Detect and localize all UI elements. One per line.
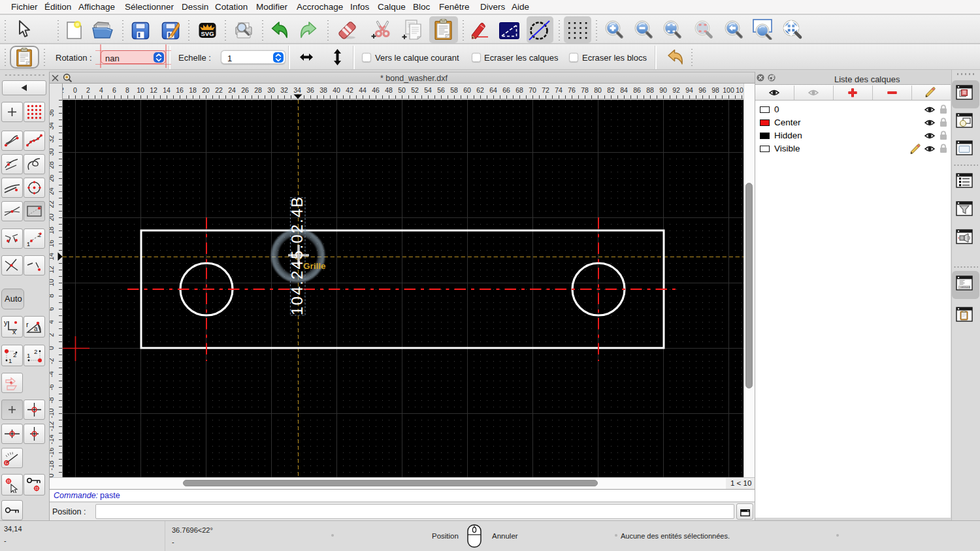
svg-text:78: 78 [581, 86, 589, 94]
svg-text:100: 100 [723, 86, 734, 94]
svg-text:64: 64 [489, 86, 497, 94]
svg-text:88: 88 [646, 86, 654, 94]
svg-text:0: 0 [49, 346, 55, 350]
svg-text:98: 98 [711, 86, 719, 94]
svg-text:Grille: Grille [303, 261, 326, 271]
svg-text:76: 76 [568, 86, 576, 94]
svg-text:22: 22 [215, 86, 223, 94]
svg-text:20: 20 [49, 213, 55, 221]
svg-text:102: 102 [736, 86, 743, 94]
svg-text:28: 28 [49, 161, 55, 169]
svg-text:x: x [12, 328, 16, 335]
svg-text:42: 42 [346, 86, 353, 94]
svg-text:16: 16 [176, 86, 184, 94]
svg-text:-16: -16 [49, 447, 55, 457]
svg-text:command: command [960, 286, 970, 289]
svg-text:56: 56 [437, 86, 445, 94]
svg-text:94: 94 [685, 86, 693, 94]
svg-text:30: 30 [49, 148, 55, 156]
svg-text:-6: -6 [49, 384, 55, 390]
svg-text:1: 1 [27, 241, 30, 247]
svg-text:30: 30 [267, 86, 275, 94]
svg-text:2: 2 [63, 86, 64, 94]
svg-text:50: 50 [398, 86, 406, 94]
svg-text:8: 8 [125, 86, 129, 94]
svg-text:26: 26 [49, 174, 55, 182]
svg-text:16: 16 [49, 240, 55, 247]
svg-text:12: 12 [150, 86, 157, 94]
svg-text:24: 24 [49, 187, 55, 195]
svg-text:y: y [4, 319, 8, 326]
svg-text:46: 46 [372, 86, 380, 94]
svg-text:36: 36 [49, 109, 55, 117]
svg-text:84: 84 [620, 86, 628, 94]
svg-text:70: 70 [529, 86, 536, 94]
svg-text:60: 60 [463, 86, 471, 94]
svg-text:6: 6 [49, 307, 55, 311]
svg-text:r: r [26, 321, 29, 328]
svg-text:0: 0 [73, 86, 77, 94]
svg-text:32: 32 [280, 86, 288, 94]
svg-text:32: 32 [49, 135, 55, 143]
svg-text:6: 6 [112, 86, 116, 94]
svg-text:-8: -8 [49, 397, 55, 403]
svg-text:-18: -18 [49, 460, 55, 470]
svg-text:28: 28 [254, 86, 262, 94]
svg-text:1: 1 [8, 357, 12, 364]
svg-text:8: 8 [49, 294, 55, 298]
svg-text:92: 92 [672, 86, 680, 94]
svg-text:18: 18 [189, 86, 197, 94]
svg-text:90: 90 [659, 86, 667, 94]
svg-text:104.245.02.4B: 104.245.02.4B [288, 196, 306, 315]
svg-text:82: 82 [607, 86, 615, 94]
svg-text:34: 34 [49, 122, 55, 130]
svg-text:SVG: SVG [201, 30, 214, 37]
svg-text:2: 2 [86, 86, 90, 94]
svg-text:10: 10 [49, 279, 55, 287]
svg-text:1: 1 [27, 352, 30, 359]
svg-text:68: 68 [515, 86, 523, 94]
svg-text:20: 20 [202, 86, 210, 94]
svg-text:36: 36 [306, 86, 314, 94]
svg-text:66: 66 [502, 86, 510, 94]
svg-text:12: 12 [49, 266, 55, 274]
svg-text:4: 4 [49, 320, 55, 324]
svg-text:-4: -4 [49, 371, 55, 377]
svg-text:2: 2 [34, 348, 37, 355]
svg-text:a: a [34, 325, 38, 332]
svg-text:2: 2 [13, 351, 16, 358]
svg-text:74: 74 [555, 86, 563, 94]
svg-text:18: 18 [49, 227, 55, 234]
svg-text:26: 26 [241, 86, 249, 94]
svg-text:40: 40 [333, 86, 340, 94]
svg-text:52: 52 [411, 86, 419, 94]
svg-text:2: 2 [49, 333, 55, 337]
svg-text:54: 54 [424, 86, 432, 94]
svg-text:34: 34 [293, 86, 301, 94]
svg-text:14: 14 [163, 86, 171, 94]
svg-text:-14: -14 [49, 434, 55, 444]
svg-text:62: 62 [476, 86, 484, 94]
svg-text:58: 58 [450, 86, 458, 94]
svg-text:80: 80 [594, 86, 602, 94]
svg-text:48: 48 [385, 86, 393, 94]
svg-text:72: 72 [542, 86, 549, 94]
svg-text:96: 96 [698, 86, 706, 94]
svg-text:10: 10 [137, 86, 144, 94]
svg-text:22: 22 [49, 200, 55, 208]
svg-text:-10: -10 [49, 408, 55, 418]
svg-text:4: 4 [99, 86, 103, 94]
svg-text:-12: -12 [49, 421, 55, 431]
svg-text:24: 24 [228, 86, 236, 94]
svg-text:44: 44 [359, 86, 367, 94]
svg-text:-2: -2 [49, 358, 55, 364]
svg-text:14: 14 [49, 253, 55, 260]
svg-text:86: 86 [633, 86, 641, 94]
svg-text:38: 38 [319, 86, 327, 94]
